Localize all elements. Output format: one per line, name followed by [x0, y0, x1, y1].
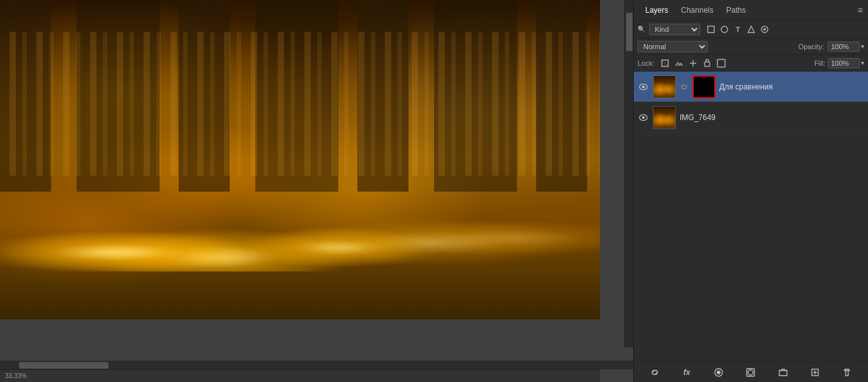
scrollbar-thumb-h: [19, 362, 108, 369]
svg-point-13: [717, 371, 721, 374]
tab-channels[interactable]: Channels: [675, 3, 720, 17]
layer-thumbnail[interactable]: [653, 75, 676, 98]
svg-rect-0: [708, 26, 714, 33]
link-layers-button[interactable]: [648, 365, 662, 379]
fill-chevron[interactable]: ▾: [861, 59, 864, 66]
delete-layer-button[interactable]: [840, 365, 854, 379]
add-fill-button[interactable]: [712, 365, 726, 379]
svg-rect-7: [717, 59, 725, 67]
lock-position-btn[interactable]: [687, 57, 699, 69]
lock-row: Lock: Fill: ▾: [634, 55, 868, 72]
layer-effects-button[interactable]: fx: [680, 365, 694, 379]
fill-input[interactable]: [828, 58, 860, 68]
svg-point-15: [748, 370, 753, 375]
panel-tabs: Layers Channels Paths ≡: [634, 0, 868, 20]
blend-mode-row: Normal Dissolve Multiply Screen Overlay …: [634, 38, 868, 55]
svg-rect-6: [705, 62, 710, 66]
layer-visibility-eye[interactable]: [638, 81, 649, 93]
canvas-wrapper: [0, 0, 633, 360]
layer-chain-icon: [680, 82, 689, 91]
filter-pixel-icon[interactable]: [705, 24, 717, 35]
street-scene: [0, 0, 600, 319]
svg-point-9: [642, 86, 645, 88]
filter-smart-icon[interactable]: [759, 24, 770, 35]
fill-label: Fill:: [814, 59, 825, 67]
add-mask-button[interactable]: [744, 365, 758, 379]
filter-shape-icon[interactable]: [745, 24, 757, 35]
lock-artboard-btn[interactable]: [701, 57, 713, 69]
canvas-area: 33.33%: [0, 0, 633, 382]
thumb-street-img: [654, 76, 675, 98]
kind-select[interactable]: Kind Name Effect Mode: [649, 24, 700, 35]
thumb-street-img2: [654, 107, 675, 128]
horizontal-scrollbar[interactable]: [0, 360, 633, 369]
opacity-input[interactable]: [828, 42, 860, 52]
tab-layers[interactable]: Layers: [639, 3, 675, 17]
bottom-status-bar: 33.33%: [0, 369, 600, 382]
filter-row: 🔍 Kind Name Effect Mode T: [634, 20, 868, 38]
blend-mode-select[interactable]: Normal Dissolve Multiply Screen Overlay: [638, 41, 708, 52]
canvas-image[interactable]: [0, 0, 600, 319]
filter-type-icon[interactable]: T: [732, 24, 744, 35]
filter-adjustment-icon[interactable]: [719, 24, 730, 35]
svg-line-5: [662, 60, 668, 66]
layer-item[interactable]: IMG_7649: [634, 102, 868, 133]
layer-thumbnail[interactable]: [653, 106, 676, 129]
layer-visibility-eye[interactable]: [638, 112, 649, 123]
panel-toolbar: fx: [634, 362, 868, 382]
tab-paths[interactable]: Paths: [720, 3, 752, 17]
zoom-level: 33.33%: [5, 372, 27, 379]
fx-label: fx: [684, 368, 691, 377]
panel-menu-icon[interactable]: ≡: [858, 5, 863, 15]
opacity-label: Opacity:: [798, 43, 824, 50]
new-layer-button[interactable]: [808, 365, 822, 379]
windows-overlay: [0, 32, 600, 176]
filter-icons: T: [705, 24, 770, 35]
lock-all-btn[interactable]: [715, 57, 727, 69]
svg-point-1: [721, 26, 728, 33]
scrollbar-thumb-v: [626, 13, 632, 51]
layer-name: IMG_7649: [680, 113, 864, 122]
svg-point-3: [763, 28, 766, 31]
layer-mask-thumbnail[interactable]: [692, 75, 715, 98]
lock-transparent-btn[interactable]: [659, 57, 671, 69]
new-group-button[interactable]: [776, 365, 790, 379]
headlights-overlay: [0, 176, 600, 271]
opacity-chevron[interactable]: ▾: [861, 43, 864, 50]
layer-name: Для сравнения: [719, 82, 864, 91]
right-panel: Layers Channels Paths ≡ 🔍 Kind Name Effe…: [633, 0, 868, 382]
lock-image-btn[interactable]: [673, 57, 685, 69]
lock-label: Lock:: [638, 59, 654, 67]
search-icon: 🔍: [638, 26, 645, 33]
svg-point-11: [642, 116, 645, 119]
layer-item[interactable]: Для сравнения: [634, 72, 868, 102]
layers-list: Для сравнения IMG_7649: [634, 72, 868, 362]
vertical-scrollbar[interactable]: [624, 0, 633, 348]
